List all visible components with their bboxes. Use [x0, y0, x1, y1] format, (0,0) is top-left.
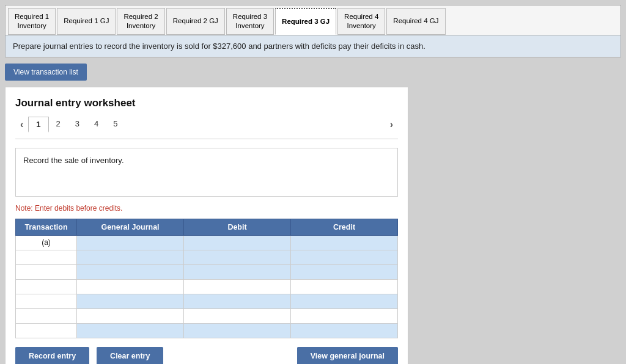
col-general-journal: General Journal	[77, 219, 184, 235]
page-3-button[interactable]: 3	[68, 117, 87, 132]
debit-input-5[interactable]	[184, 294, 290, 308]
debit-cell-2[interactable]	[184, 250, 291, 264]
transaction-cell-4	[16, 279, 77, 294]
gj-cell-4[interactable]	[77, 279, 184, 294]
tab-req3-inventory[interactable]: Required 3 Inventory	[226, 8, 274, 35]
page-5-button[interactable]: 5	[106, 117, 125, 132]
gj-input-2[interactable]	[77, 250, 183, 264]
col-transaction: Transaction	[16, 219, 77, 235]
table-row	[16, 264, 398, 279]
debit-input-4[interactable]	[184, 280, 290, 294]
journal-title: Journal entry worksheet	[15, 97, 398, 109]
credit-cell-4[interactable]	[291, 279, 398, 294]
col-credit: Credit	[291, 219, 398, 235]
debit-input-7[interactable]	[184, 324, 290, 338]
gj-input-3[interactable]	[77, 265, 183, 279]
table-row	[16, 323, 398, 338]
credit-cell-3[interactable]	[291, 264, 398, 279]
credit-cell-7[interactable]	[291, 323, 398, 338]
credit-cell-5[interactable]	[291, 294, 398, 308]
debit-input-3[interactable]	[184, 265, 290, 279]
description-box: Record the sale of inventory.	[15, 148, 398, 197]
credit-cell-6[interactable]	[291, 308, 398, 323]
table-row: (a)	[16, 235, 398, 250]
gj-cell-6[interactable]	[77, 308, 184, 323]
gj-input-6[interactable]	[77, 309, 183, 323]
credit-input-2[interactable]	[291, 250, 397, 264]
transaction-cell-3	[16, 264, 77, 279]
transaction-cell-2	[16, 250, 77, 264]
table-row	[16, 294, 398, 308]
table-row	[16, 279, 398, 294]
credit-input-7[interactable]	[291, 324, 397, 338]
tabs-bar: Required 1 Inventory Required 1 GJ Requi…	[5, 5, 621, 35]
gj-input-4[interactable]	[77, 280, 183, 294]
transaction-cell-5	[16, 294, 77, 308]
debit-cell-7[interactable]	[184, 323, 291, 338]
tab-req2-gj[interactable]: Required 2 GJ	[166, 8, 225, 35]
instruction-bar: Prepare journal entries to record the in…	[5, 35, 621, 57]
debit-cell-4[interactable]	[184, 279, 291, 294]
gj-input-5[interactable]	[77, 294, 183, 308]
tab-req1-inventory[interactable]: Required 1 Inventory	[8, 8, 56, 35]
page-navigator: ‹ 1 2 3 4 5 ›	[15, 117, 398, 139]
transaction-cell-6	[16, 308, 77, 323]
credit-input-5[interactable]	[291, 294, 397, 308]
debit-input-6[interactable]	[184, 309, 290, 323]
credit-cell-1[interactable]	[291, 235, 398, 250]
credit-cell-2[interactable]	[291, 250, 398, 264]
page-2-button[interactable]: 2	[49, 117, 68, 132]
page-4-button[interactable]: 4	[87, 117, 106, 132]
credit-input-1[interactable]	[291, 236, 397, 250]
debit-input-1[interactable]	[184, 236, 290, 250]
tab-req4-gj[interactable]: Required 4 GJ	[386, 8, 445, 35]
gj-cell-2[interactable]	[77, 250, 184, 264]
note-text: Note: Enter debits before credits.	[15, 204, 398, 213]
gj-input-7[interactable]	[77, 324, 183, 338]
clear-entry-button[interactable]: Clear entry	[97, 347, 163, 364]
credit-input-3[interactable]	[291, 265, 397, 279]
debit-cell-1[interactable]	[184, 235, 291, 250]
view-transaction-button[interactable]: View transaction list	[5, 64, 87, 81]
next-page-button[interactable]: ›	[385, 118, 398, 131]
tab-req2-inventory[interactable]: Required 2 Inventory	[117, 8, 164, 35]
tab-req4-inventory[interactable]: Required 4 Inventory	[337, 8, 385, 35]
prev-page-button[interactable]: ‹	[15, 118, 28, 131]
credit-input-6[interactable]	[291, 309, 397, 323]
tab-req1-gj[interactable]: Required 1 GJ	[57, 8, 116, 35]
record-entry-button[interactable]: Record entry	[15, 347, 89, 364]
col-debit: Debit	[184, 219, 291, 235]
gj-cell-7[interactable]	[77, 323, 184, 338]
gj-cell-5[interactable]	[77, 294, 184, 308]
gj-cell-3[interactable]	[77, 264, 184, 279]
view-general-journal-button[interactable]: View general journal	[297, 347, 398, 364]
credit-input-4[interactable]	[291, 280, 397, 294]
table-row	[16, 250, 398, 264]
gj-cell-1[interactable]	[77, 235, 184, 250]
gj-input-1[interactable]	[77, 236, 183, 250]
instruction-text: Prepare journal entries to record the in…	[13, 42, 425, 51]
description-text: Record the sale of inventory.	[23, 156, 124, 165]
journal-panel: Journal entry worksheet ‹ 1 2 3 4 5 › Re…	[5, 87, 408, 364]
transaction-cell-1: (a)	[16, 235, 77, 250]
debit-cell-5[interactable]	[184, 294, 291, 308]
debit-cell-6[interactable]	[184, 308, 291, 323]
bottom-buttons: Record entry Clear entry View general jo…	[15, 347, 398, 364]
tab-req3-gj[interactable]: Required 3 GJ	[275, 8, 336, 35]
transaction-cell-7	[16, 323, 77, 338]
page-1-button[interactable]: 1	[28, 117, 48, 133]
debit-cell-3[interactable]	[184, 264, 291, 279]
table-row	[16, 308, 398, 323]
debit-input-2[interactable]	[184, 250, 290, 264]
journal-table: Transaction General Journal Debit Credit…	[15, 219, 398, 338]
